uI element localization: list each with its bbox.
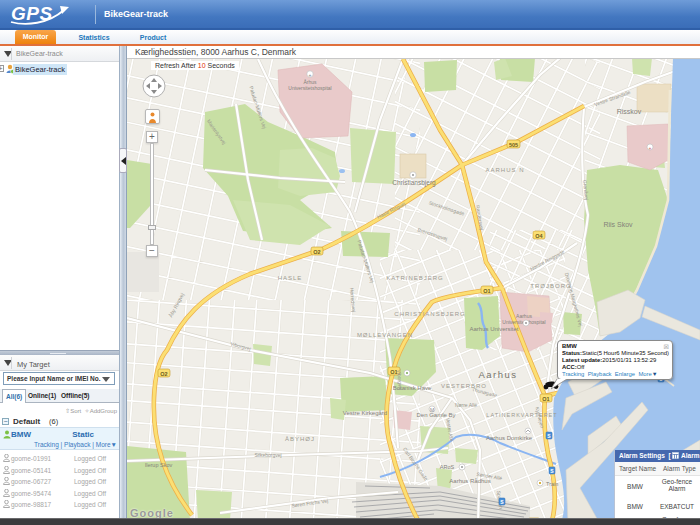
svg-text:Aarhus: Aarhus [478, 369, 517, 380]
svg-text:TRØJBORG: TRØJBORG [530, 283, 571, 289]
svg-text:Silkeborgvej: Silkeborgvej [254, 452, 281, 458]
svg-text:O1: O1 [542, 396, 549, 402]
svg-text:CHRISTIANSBJERG: CHRISTIANSBJERG [394, 311, 465, 317]
svg-text:Vestre Kirkegård: Vestre Kirkegård [343, 410, 387, 416]
svg-text:HASLE: HASLE [278, 275, 303, 281]
svg-text:O2: O2 [160, 371, 167, 377]
svg-text:+: + [309, 72, 312, 78]
svg-text:Aarhus Domkirke: Aarhus Domkirke [486, 435, 533, 441]
svg-text:505: 505 [509, 142, 518, 148]
svg-text:LATINERKVARTERET: LATINERKVARTERET [486, 412, 557, 418]
svg-text:MØLLEVANGEN: MØLLEVANGEN [357, 332, 413, 338]
svg-text:Christiansbjerg: Christiansbjerg [392, 179, 436, 187]
svg-text:llerup Skov: llerup Skov [145, 462, 172, 468]
svg-text:Risskov: Risskov [617, 108, 642, 115]
svg-text:Aarhus Rådhus: Aarhus Rådhus [449, 478, 490, 484]
svg-text:+: + [649, 145, 652, 151]
svg-text:M: M [430, 407, 434, 413]
svg-text:Riis Skov: Riis Skov [603, 221, 633, 228]
svg-text:ÅBYHØJ: ÅBYHØJ [285, 436, 315, 442]
svg-text:AARHUS N: AARHUS N [485, 167, 524, 173]
svg-text:O4: O4 [535, 233, 543, 239]
svg-text:ARoS: ARoS [440, 464, 455, 470]
svg-text:O2: O2 [313, 249, 320, 255]
svg-text:KATRINEBJERG: KATRINEBJERG [386, 275, 444, 281]
svg-text:Nørre Allé: Nørre Allé [455, 402, 477, 408]
svg-text:Train: Train [546, 481, 558, 487]
svg-text:O1: O1 [483, 288, 490, 294]
svg-text:Aarhus Universitet: Aarhus Universitet [469, 326, 518, 332]
